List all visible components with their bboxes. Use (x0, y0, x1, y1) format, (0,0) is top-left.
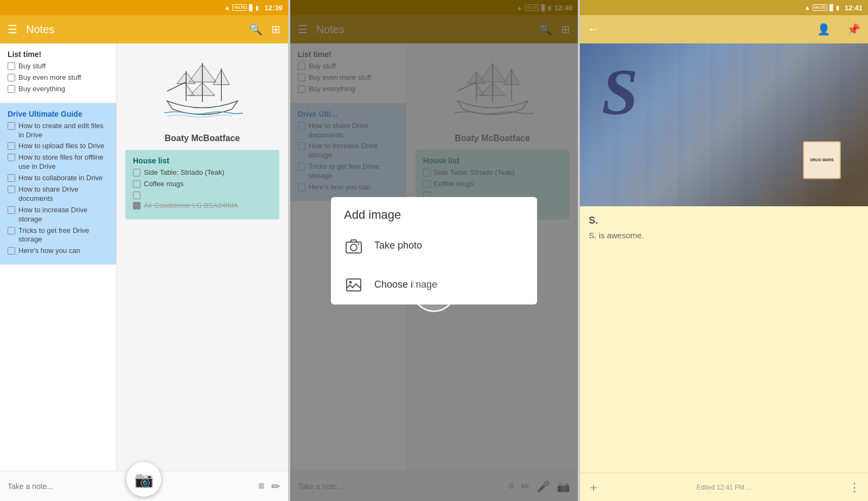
signal-icon-3: ▊ (829, 4, 834, 11)
svg-point-10 (358, 243, 360, 245)
list-icon-1[interactable]: ≡ (258, 480, 265, 492)
back-icon-3[interactable]: ← (588, 22, 599, 36)
take-photo-label: Take photo (374, 240, 422, 251)
checkbox-side-table[interactable] (133, 169, 141, 176)
ship-name: Boaty McBoatface (125, 134, 279, 143)
list-item-buy-more[interactable]: Buy even more stuff (8, 73, 108, 83)
list-item-buy-stuff[interactable]: Buy stuff (8, 62, 108, 71)
list-item-increase[interactable]: How to increase Drive storage (8, 206, 108, 224)
volte-badge-3: VoLTE (813, 4, 827, 11)
checkbox-tricks[interactable] (8, 227, 15, 234)
checkbox-buy-stuff[interactable] (8, 62, 15, 70)
pin-icon-3[interactable]: 📌 (847, 23, 860, 36)
checkbox-empty[interactable] (133, 192, 141, 199)
status-icons-1: ▲ VoLTE ▊ ▮ (224, 4, 259, 11)
list-item-share[interactable]: How to share Drive documents (8, 185, 108, 204)
item-text-heres: Here's how you can (18, 246, 80, 256)
list-item-tricks[interactable]: Tricks to get free Drive storage (8, 226, 108, 245)
volte-badge-1: VoLTE (232, 4, 247, 11)
time-3: 12:41 (845, 4, 863, 12)
note-card-list-time[interactable]: List time! Buy stuff Buy even more stuff… (0, 43, 116, 103)
camera-fab-icon-1: 📷 (135, 471, 154, 489)
list-item-offline[interactable]: How to store files for offline use in Dr… (8, 153, 108, 172)
svg-rect-11 (347, 279, 361, 291)
phone1: ▲ VoLTE ▊ ▮ 12:39 ☰ Notes 🔍 ⊞ List time!… (0, 0, 288, 501)
checkbox-collaborate[interactable] (8, 174, 15, 182)
item-text-increase: How to increase Drive storage (18, 206, 108, 224)
checkbox-create-edit[interactable] (8, 122, 15, 130)
list-item-coffee-mugs[interactable]: Coffee mugs (133, 180, 272, 189)
note-image-area: S DRUG WARS (580, 43, 868, 206)
time-1: 12:39 (264, 4, 282, 12)
add-button[interactable]: ＋ (588, 479, 599, 496)
checkbox-increase[interactable] (8, 206, 15, 214)
bottom-bar-1: ≡ ✏ 📷 (0, 471, 288, 501)
checkbox-buy-more[interactable] (8, 74, 15, 81)
checkbox-offline[interactable] (8, 154, 15, 161)
item-text-side-table: Side Table: Striado (Teak) (144, 168, 225, 177)
wifi-icon-3: ▲ (805, 4, 810, 11)
menu-icon-1[interactable]: ☰ (8, 23, 17, 36)
more-button[interactable]: ⋮ (848, 480, 860, 494)
choose-image-option[interactable]: Choose image (331, 265, 537, 305)
checkbox-heres[interactable] (8, 247, 15, 255)
list-item-empty[interactable] (133, 191, 272, 199)
status-icons-3: ▲ VoLTE ▊ ▮ (805, 4, 839, 11)
content-area-1: List time! Buy stuff Buy even more stuff… (0, 43, 288, 471)
item-text-buy-more: Buy even more stuff (18, 73, 81, 83)
list-item-side-table[interactable]: Side Table: Striado (Teak) (133, 168, 272, 177)
checkbox-buy-everything[interactable] (8, 85, 15, 93)
list-item-heres[interactable]: Here's how you can (8, 246, 108, 256)
search-icon-1[interactable]: 🔍 (249, 23, 263, 36)
item-text-share: How to share Drive documents (18, 185, 108, 204)
list-item-buy-everything[interactable]: Buy everything (8, 85, 108, 94)
list-item-collaborate[interactable]: How to collaborate in Drive (8, 174, 108, 183)
svg-point-9 (350, 244, 357, 251)
ship-svg (156, 52, 248, 128)
checkbox-coffee-mugs[interactable] (133, 180, 141, 188)
list-item-create-edit[interactable]: How to create and edit files in Drive (8, 122, 108, 140)
item-text-offline: How to store files for offline use in Dr… (18, 153, 108, 172)
grid-icon-1[interactable]: ⊞ (271, 23, 280, 36)
note-text-title: S. (589, 215, 859, 226)
modal-title: Add image (331, 197, 537, 226)
checkbox-upload[interactable] (8, 142, 15, 150)
pen-icon-1[interactable]: ✏ (271, 480, 280, 493)
checkbox-ac[interactable] (133, 202, 141, 210)
app-bar-1: ☰ Notes 🔍 ⊞ (0, 15, 288, 43)
camera-svg (345, 237, 362, 255)
phone3: ▲ VoLTE ▊ ▮ 12:41 ← 👤 📌 S DRUG WARS S. S… (580, 0, 868, 501)
camera-modal-icon (344, 236, 363, 256)
share-icon-3[interactable]: 👤 (817, 23, 831, 36)
item-text-tricks: Tricks to get free Drive storage (18, 226, 108, 245)
svg-line-3 (167, 82, 186, 91)
item-text-collaborate: How to collaborate in Drive (18, 174, 103, 183)
ship-card: Boaty McBoatface House list Side Table: … (117, 43, 288, 229)
item-text-buy-stuff: Buy stuff (18, 62, 46, 71)
choose-image-label: Choose image (374, 279, 437, 290)
ship-drawing (156, 52, 248, 128)
s-letter-overlay: S (602, 60, 638, 125)
edited-text: Edited 12:41 PM ... (599, 484, 848, 491)
note-text-area[interactable]: S. S. is awesome. (580, 206, 868, 473)
note-bottom-bar: ＋ Edited 12:41 PM ... ⋮ (580, 473, 868, 501)
note-card-drive-guide[interactable]: Drive Ultimate Guide How to create and e… (0, 103, 116, 265)
sticker: DRUG WARS (803, 141, 841, 179)
image-svg (345, 276, 362, 294)
image-modal-icon (344, 275, 363, 295)
notes-list-1: List time! Buy stuff Buy even more stuff… (0, 43, 117, 471)
list-item-ac[interactable]: Air Conditioner LG BSA24IMA (133, 201, 272, 211)
house-list-card[interactable]: House list Side Table: Striado (Teak) Co… (125, 150, 279, 220)
app-bar-3: ← 👤 📌 (580, 15, 868, 43)
item-text-create-edit: How to create and edit files in Drive (18, 122, 108, 140)
checkbox-share[interactable] (8, 186, 15, 193)
camera-fab-1[interactable]: 📷 (126, 462, 161, 497)
note-title-drive-guide: Drive Ultimate Guide (8, 110, 108, 118)
phone2: ▲ VoLTE ▊ ▮ 12:40 ☰ Notes 🔍 ⊞ List time!… (290, 0, 578, 501)
status-bar-3: ▲ VoLTE ▊ ▮ 12:41 (580, 0, 868, 15)
list-item-upload[interactable]: How to upload files to Drive (8, 142, 108, 151)
take-photo-option[interactable]: Take photo (331, 226, 537, 265)
note-title-list-time: List time! (8, 50, 108, 59)
item-text-upload: How to upload files to Drive (18, 142, 104, 151)
house-list-title: House list (133, 156, 272, 165)
